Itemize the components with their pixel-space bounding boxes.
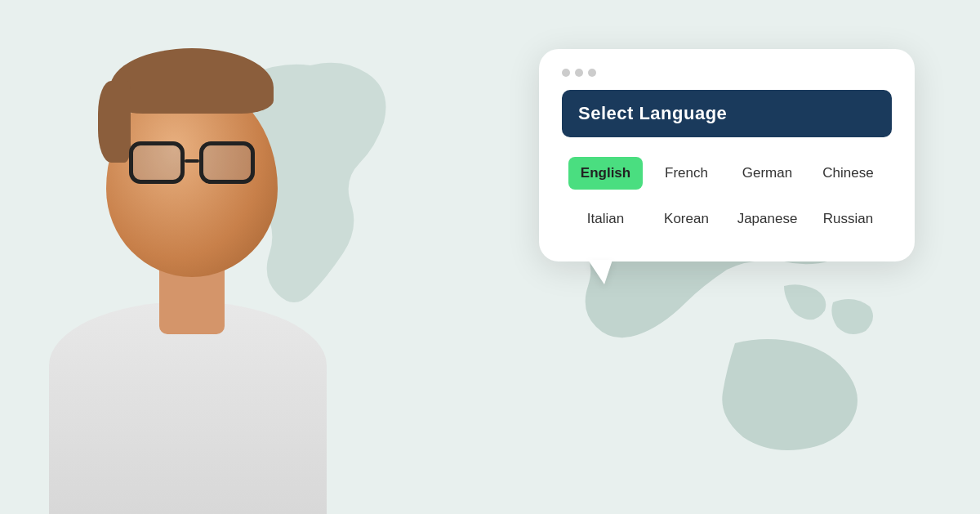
speech-card: Select Language English French German Ch…	[539, 49, 915, 261]
dot-3	[588, 69, 596, 77]
select-language-title: Select Language	[578, 103, 727, 123]
person-photo	[0, 0, 400, 514]
dots-row	[562, 69, 892, 77]
language-card-container: Select Language English French German Ch…	[539, 49, 915, 261]
lang-btn-french[interactable]: French	[649, 157, 724, 190]
lang-btn-italian[interactable]: Italian	[568, 203, 643, 235]
lang-btn-english[interactable]: English	[568, 157, 643, 190]
dot-2	[575, 69, 583, 77]
lang-btn-korean[interactable]: Korean	[649, 203, 724, 235]
lang-btn-chinese[interactable]: Chinese	[811, 157, 885, 190]
header-bar: Select Language	[562, 90, 892, 137]
language-grid: English French German Chinese Italian Ko…	[562, 157, 892, 235]
dot-1	[562, 69, 570, 77]
lang-btn-russian[interactable]: Russian	[811, 203, 885, 235]
lang-btn-japanese[interactable]: Japanese	[730, 203, 804, 235]
lang-btn-german[interactable]: German	[730, 157, 804, 190]
